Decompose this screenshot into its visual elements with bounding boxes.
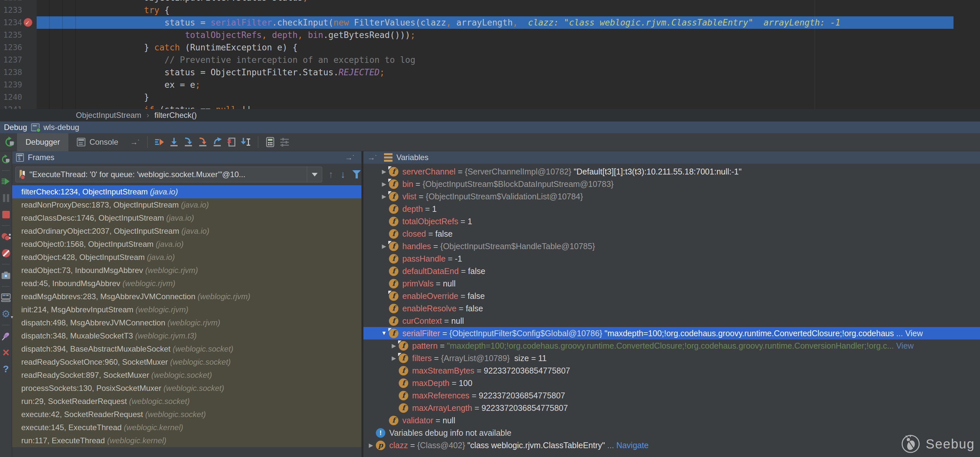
editor-gutter[interactable]: 1238 [0, 66, 37, 78]
pause-button[interactable] [1, 193, 11, 203]
breadcrumb-method[interactable]: filterCheck() [154, 111, 197, 120]
force-step-into-button[interactable] [196, 135, 210, 149]
variable-row[interactable]: f enableOverride = false [363, 290, 980, 302]
pin-button[interactable] [1, 331, 11, 341]
editor-gutter[interactable]: 1234 [0, 16, 37, 29]
restore-layout-button[interactable] [1, 292, 11, 302]
variable-row[interactable]: f passHandle = -1 [363, 252, 980, 265]
variable-row[interactable]: f defaultDataEnd = false [363, 265, 980, 277]
tree-expand-arrow[interactable] [389, 355, 399, 362]
breakpoint-icon[interactable] [24, 18, 32, 27]
variable-row[interactable]: ! Variables debug info not available [363, 427, 980, 439]
variable-row[interactable]: f maxReferences = 9223372036854775807 [363, 389, 980, 402]
stack-frame[interactable]: read:45, InboundMsgAbbrev (weblogic.rjvm… [12, 277, 361, 290]
variable-row[interactable]: f maxStreamBytes = 9223372036854775807 [363, 364, 980, 377]
jump-to-output-icon[interactable] [130, 137, 139, 147]
breadcrumb-class[interactable]: ObjectInputStream [76, 111, 141, 120]
code-line[interactable]: } 1240 [0, 91, 953, 104]
variable-row[interactable]: f closed = false [363, 227, 980, 240]
navigate-link[interactable]: Navigate [616, 441, 649, 450]
stack-frame[interactable]: readMsgAbbrevs:283, MsgAbbrevJVMConnecti… [12, 290, 361, 303]
code-line[interactable]: if (status == null || 1241 [0, 104, 953, 109]
variable-row[interactable]: f depth = 1 [363, 203, 980, 215]
code-line[interactable]: totalObjectRefs, depth, bin.getBytesRead… [0, 29, 953, 41]
stack-frame[interactable]: dispatch:348, MuxableSocketT3 (weblogic.… [12, 329, 361, 342]
stack-frame[interactable]: readOrdinaryObject:2037, ObjectInputStre… [12, 225, 361, 238]
code-line[interactable]: try { 1233 [0, 4, 953, 16]
tab-debugger[interactable]: Debugger [17, 133, 68, 151]
stack-frame[interactable]: run:29, SocketReaderRequest (weblogic.so… [12, 395, 361, 408]
previous-frame-button[interactable]: ↑ [328, 169, 334, 180]
resume-button[interactable] [1, 177, 11, 187]
editor-gutter[interactable]: 1237 [0, 54, 37, 66]
stack-frame[interactable]: dispatch:394, BaseAbstractMuxableSocket … [12, 342, 361, 356]
focus-frames-icon[interactable] [345, 153, 354, 162]
evaluate-arrow-icon[interactable] [368, 153, 377, 162]
editor-gutter[interactable]: 1239 [0, 78, 37, 91]
variable-row[interactable]: f pattern = "maxdepth=100;!org.codehaus.… [363, 339, 980, 352]
step-into-button[interactable] [181, 135, 196, 149]
close-button[interactable]: × [1, 348, 11, 358]
tree-expand-arrow[interactable] [379, 243, 389, 250]
editor-gutter[interactable]: 1240 [0, 91, 37, 104]
code-editor[interactable]: ObjectInputFilter.Status status; 1232 tr… [0, 0, 980, 109]
variable-row[interactable]: f validator = null [363, 414, 980, 427]
editor-gutter[interactable]: 1233 [0, 4, 37, 16]
variable-row[interactable]: f bin = {ObjectInputStream$BlockDataInpu… [363, 178, 980, 190]
tree-expand-arrow[interactable] [379, 330, 389, 337]
code-line[interactable]: } catch (RuntimeException e) { 1236 [0, 41, 953, 54]
stack-frame[interactable]: dispatch:498, MsgAbbrevJVMConnection (we… [12, 316, 361, 329]
settings-button[interactable]: ⚙ ▾ [1, 309, 11, 319]
stack-frame[interactable]: readReadySocket:897, SocketMuxer (weblog… [12, 369, 361, 382]
variables-header[interactable]: Variables [363, 151, 980, 164]
tree-expand-arrow[interactable] [366, 442, 376, 449]
variable-row[interactable]: f curContext = null [363, 315, 980, 327]
stack-frame[interactable]: filterCheck:1234, ObjectInputStream (jav… [12, 185, 361, 198]
stack-frame[interactable]: readClassDesc:1746, ObjectInputStream (j… [12, 211, 361, 225]
stack-frame[interactable]: readObject:73, InboundMsgAbbrev (weblogi… [12, 264, 361, 277]
stop-button[interactable] [1, 209, 11, 219]
show-execution-point-button[interactable] [153, 135, 167, 149]
tree-expand-arrow[interactable] [379, 193, 389, 200]
hide-library-frames-filter-icon[interactable] [352, 169, 358, 180]
stack-frame[interactable]: readNonProxyDesc:1873, ObjectInputStream… [12, 198, 361, 211]
tree-expand-arrow[interactable] [379, 168, 389, 175]
evaluate-expression-button[interactable] [263, 135, 277, 149]
drop-frame-button[interactable] [224, 135, 239, 149]
run-to-cursor-button[interactable] [239, 135, 253, 149]
variable-row[interactable]: f enableResolve = false [363, 302, 980, 315]
combo-dropdown-button[interactable] [307, 167, 322, 182]
stack-frame[interactable]: init:214, MsgAbbrevInputStream (weblogic… [12, 303, 361, 316]
stack-frame[interactable]: processSockets:130, PosixSocketMuxer (we… [12, 382, 361, 395]
variable-row[interactable]: f handles = {ObjectInputStream$HandleTab… [363, 240, 980, 252]
code-line[interactable]: // Preventive interception of an excepti… [0, 54, 953, 66]
variable-row[interactable]: p clazz = {Class@402} "class weblogic.rj… [363, 439, 980, 451]
next-frame-button[interactable]: ↓ [339, 169, 347, 180]
rerun-button[interactable] [3, 135, 17, 149]
rerun-button-side[interactable] [1, 155, 11, 165]
step-out-button[interactable] [210, 135, 224, 149]
code-line[interactable]: status = ObjectInputFilter.Status.REJECT… [0, 66, 953, 78]
thread-selector[interactable]: "ExecuteThread: '0' for queue: 'weblogic… [15, 167, 322, 182]
tab-console[interactable]: Console [68, 133, 127, 151]
help-button[interactable]: ? [1, 364, 11, 374]
editor-gutter[interactable]: 1236 [0, 41, 37, 54]
view-link[interactable]: View [905, 329, 923, 338]
tree-expand-arrow[interactable] [379, 181, 389, 188]
stack-frame[interactable]: readObject0:1568, ObjectInputStream (jav… [12, 238, 361, 251]
variable-row[interactable]: f vlist = {ObjectInputStream$ValidationL… [363, 190, 980, 203]
stack-frame[interactable]: run:117, ExecuteThread (weblogic.kernel) [12, 434, 361, 447]
stack-frame[interactable]: readReadySocketOnce:960, SocketMuxer (we… [12, 356, 361, 369]
stack-frame[interactable]: execute:42, SocketReaderRequest (weblogi… [12, 408, 361, 421]
frames-header[interactable]: Frames [12, 151, 361, 164]
tree-expand-arrow[interactable] [389, 342, 399, 349]
mute-breakpoints-button[interactable] [1, 248, 11, 258]
view-link[interactable]: View [896, 341, 914, 350]
variable-row[interactable]: f serverChannel = {ServerChannelImpl@107… [363, 165, 980, 178]
stack-frame[interactable]: readObject:428, ObjectInputStream (java.… [12, 251, 361, 264]
stack-frame[interactable]: execute:145, ExecuteThread (weblogic.ker… [12, 421, 361, 434]
layout-settings-button[interactable] [277, 135, 292, 149]
variable-row[interactable]: f maxDepth = 100 [363, 377, 980, 389]
variable-row[interactable]: f serialFilter = {ObjectInputFilter$Conf… [363, 327, 980, 339]
editor-gutter[interactable]: 1232 [0, 0, 37, 4]
